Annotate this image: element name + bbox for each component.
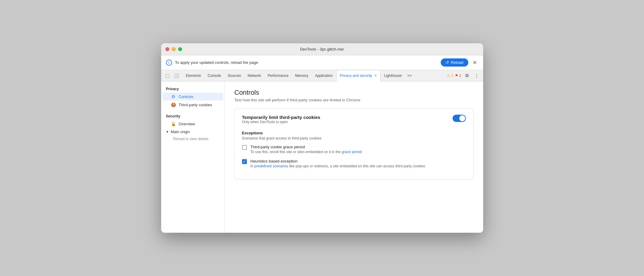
reload-button[interactable]: ↺ Reload: [441, 58, 468, 67]
tab-lighthouse[interactable]: Lighthouse: [381, 70, 405, 81]
warning-icon: ⚠: [447, 74, 450, 78]
content-area: Controls Test how this site will perform…: [225, 81, 483, 233]
tab-close-icon[interactable]: ✕: [374, 74, 377, 78]
main-layout: Privacy ⚙ Controls 🍪 Third-party cookies…: [161, 81, 483, 233]
heuristics-title: Heuristics based exception: [251, 159, 425, 163]
card-title: Temporarily limit third-party cookies: [242, 115, 320, 120]
notification-bar: i To apply your updated controls, reload…: [161, 55, 483, 70]
settings-icon[interactable]: ⚙: [463, 72, 471, 80]
privacy-section-title: Privacy: [161, 85, 224, 92]
more-options-icon[interactable]: ⋮: [473, 72, 481, 80]
limit-cookies-toggle[interactable]: [453, 115, 466, 122]
gear-icon: ⚙: [171, 94, 176, 99]
element-picker-icon[interactable]: ⬚: [164, 72, 171, 80]
heuristics-checkbox[interactable]: [242, 159, 247, 164]
info-icon: i: [166, 60, 172, 66]
minimize-button[interactable]: [172, 47, 176, 51]
exceptions-section: Exceptions Scenarios that grant access t…: [242, 131, 466, 169]
tabbar: ⬚ ⬜ Elements Console Sources Network Per…: [161, 70, 483, 81]
card-title-group: Temporarily limit third-party cookies On…: [242, 115, 320, 130]
chevron-down-icon: ▼: [166, 130, 169, 133]
tab-elements[interactable]: Elements: [183, 70, 204, 81]
security-section-title: Security: [161, 112, 224, 120]
cookie-icon: 🍪: [171, 102, 176, 107]
close-button[interactable]: [165, 47, 169, 51]
tab-application[interactable]: Application: [312, 70, 336, 81]
tab-sources[interactable]: Sources: [225, 70, 244, 81]
window-title: DevTools - 3pc.glitch.me/: [300, 47, 344, 51]
maximize-button[interactable]: [178, 47, 182, 51]
sidebar-sub-reload-detail: Reload to view details: [161, 136, 224, 142]
device-toggle-icon[interactable]: ⬜: [173, 72, 181, 80]
titlebar: DevTools - 3pc.glitch.me/: [161, 43, 483, 55]
tab-toolbar: ⚠ 1 ⚑ 1 ⚙ ⋮: [447, 72, 480, 80]
page-title: Controls: [234, 89, 473, 97]
grace-period-title: Third-party cookie grace period: [251, 145, 362, 149]
heuristics-desc: In predefined scenarios like pop-ups or …: [251, 163, 425, 169]
lock-icon: 🔒: [171, 121, 176, 126]
tab-memory[interactable]: Memory: [292, 70, 311, 81]
sidebar-item-overview[interactable]: 🔒 Overview: [162, 120, 223, 128]
exception-grace-period: Third-party cookie grace period To use t…: [242, 145, 466, 155]
exceptions-title: Exceptions: [242, 131, 466, 135]
exceptions-description: Scenarios that grant access to third-par…: [242, 136, 466, 140]
sidebar-item-controls[interactable]: ⚙ Controls: [162, 93, 223, 100]
tab-icon-buttons: ⬚ ⬜: [164, 72, 181, 80]
sidebar: Privacy ⚙ Controls 🍪 Third-party cookies…: [161, 81, 225, 233]
card-header: Temporarily limit third-party cookies On…: [242, 115, 466, 130]
traffic-lights: [165, 47, 182, 51]
page-subtitle: Test how this site will perform if third…: [234, 98, 473, 102]
sidebar-item-main-origin[interactable]: ▼ Main origin: [161, 128, 224, 136]
exception-heuristics: Heuristics based exception In predefined…: [242, 159, 466, 169]
heuristics-text: Heuristics based exception In predefined…: [251, 159, 425, 169]
devtools-window: DevTools - 3pc.glitch.me/ i To apply you…: [161, 43, 483, 233]
grace-period-checkbox[interactable]: [242, 145, 247, 150]
error-badge[interactable]: ⚑ 1: [455, 74, 461, 78]
tab-performance[interactable]: Performance: [265, 70, 292, 81]
grace-period-text: Third-party cookie grace period To use t…: [251, 145, 362, 155]
more-tabs-button[interactable]: >>: [405, 73, 413, 78]
tab-network[interactable]: Network: [245, 70, 264, 81]
sidebar-item-third-party-cookies[interactable]: 🍪 Third-party cookies: [162, 101, 223, 109]
tab-privacy-and-security[interactable]: Privacy and security ✕: [336, 70, 380, 81]
tab-console[interactable]: Console: [205, 70, 224, 81]
toggle-knob: [459, 115, 465, 121]
notification-message: To apply your updated controls, reload t…: [175, 60, 438, 65]
controls-card: Temporarily limit third-party cookies On…: [234, 108, 473, 179]
flag-icon: ⚑: [455, 74, 458, 78]
reload-icon: ↺: [446, 60, 449, 65]
notification-close-button[interactable]: ✕: [471, 59, 478, 66]
grace-period-link[interactable]: grace period: [342, 150, 362, 154]
warning-badge[interactable]: ⚠ 1: [447, 74, 453, 78]
grace-period-desc: To use this, enroll this site or sites e…: [251, 149, 362, 155]
card-description: Only when DevTools is open: [242, 120, 320, 124]
predefined-scenarios-link[interactable]: predefined scenarios: [254, 164, 288, 168]
